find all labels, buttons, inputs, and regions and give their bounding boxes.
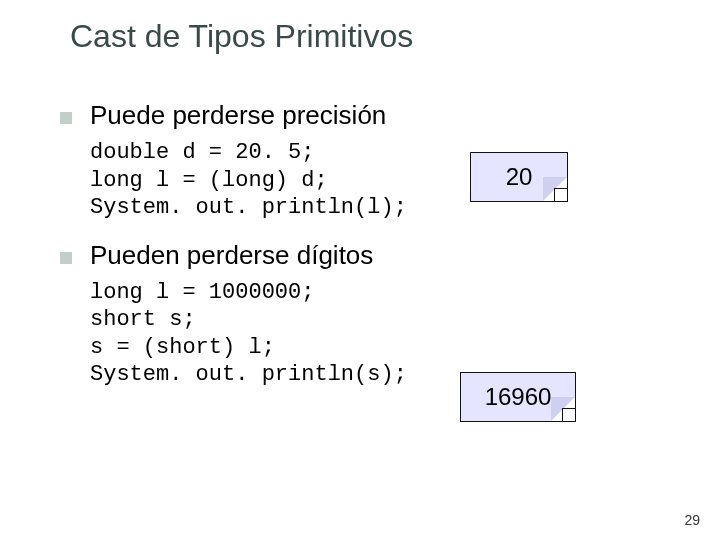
bullet-heading-2: Pueden perderse dígitos — [90, 240, 373, 271]
bullet-row-2: Pueden perderse dígitos — [60, 240, 660, 271]
note-fold-line — [562, 408, 575, 421]
bullet-icon — [60, 112, 72, 124]
note-value-2: 16960 — [485, 383, 552, 411]
sticky-note-output-2: 16960 — [460, 372, 576, 422]
code-block-1: double d = 20. 5; long l = (long) d; Sys… — [90, 139, 660, 222]
slide-body: Puede perderse precisión double d = 20. … — [60, 100, 660, 407]
bullet-row-1: Puede perderse precisión — [60, 100, 660, 131]
note-fold-line — [554, 188, 567, 201]
bullet-heading-1: Puede perderse precisión — [90, 100, 386, 131]
slide-title: Cast de Tipos Primitivos — [70, 18, 413, 55]
sticky-note-output-1: 20 — [470, 152, 568, 202]
page-number: 29 — [684, 512, 700, 528]
slide: Cast de Tipos Primitivos Puede perderse … — [0, 0, 720, 540]
bullet-icon — [60, 252, 72, 264]
note-value-1: 20 — [506, 163, 533, 191]
